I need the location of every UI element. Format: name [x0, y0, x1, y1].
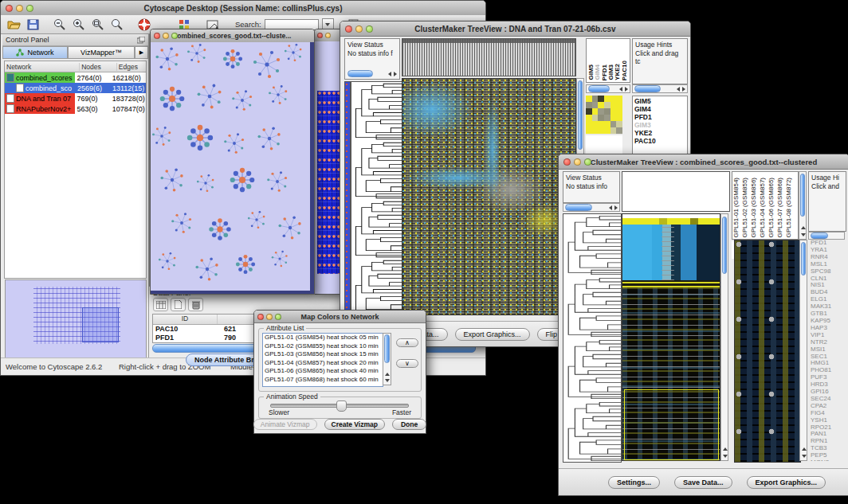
create-vizmap-button[interactable]: Create Vizmap [324, 419, 385, 430]
tv2-gene-labels: PFD1YRA1RNR4MSL1SPC98CLN1NIS1BUD4ELG1MAK… [809, 240, 846, 461]
tab-network[interactable]: Network [2, 46, 68, 59]
network-view-titlebar[interactable]: combined_scores_good.txt--cluste... [151, 29, 314, 43]
heatmap-mixed-block [622, 287, 720, 460]
minimize-button[interactable] [355, 25, 363, 33]
zoom-in-icon[interactable] [71, 17, 87, 33]
tv1-column-dendrogram[interactable] [402, 38, 576, 76]
overview-viewport-rect[interactable] [82, 307, 119, 342]
minimize-button[interactable] [574, 158, 581, 166]
network-row[interactable]: DNA and Tran 07 769(0) 183728(0) [5, 93, 146, 104]
tv2-status-hscrollbar[interactable] [563, 203, 620, 212]
zoom-fit-icon[interactable] [90, 17, 106, 33]
main-window-title: Cytoscape Desktop (Session Name: collins… [1, 4, 485, 13]
close-button[interactable] [6, 5, 13, 12]
attribute-list-item[interactable]: GPL51-04 (GSM857) heat shock 20 min [263, 359, 383, 368]
minimize-button[interactable] [163, 33, 169, 39]
zoom-window-button[interactable] [584, 158, 591, 166]
tv2-labels-vscrollbar[interactable] [799, 171, 807, 240]
footer-button[interactable]: Settings... [608, 476, 660, 489]
move-down-button[interactable]: ∨ [396, 359, 418, 368]
close-button[interactable] [345, 25, 352, 33]
close-button[interactable] [317, 33, 323, 38]
zoom-window-button[interactable] [275, 314, 281, 320]
tv1-selection-heatmap[interactable] [586, 96, 622, 134]
tv1-heatmap[interactable] [402, 78, 576, 315]
save-icon[interactable] [25, 17, 41, 33]
zoom-window-button[interactable] [171, 33, 178, 39]
row-label: GIM3 [634, 121, 685, 129]
float-panel-icon[interactable] [137, 33, 145, 47]
animation-speed-label: Animation Speed [264, 393, 320, 400]
tv2-zoom-vscrollbar[interactable] [799, 240, 807, 461]
minimize-button[interactable] [325, 33, 331, 38]
matrix-cell [598, 121, 604, 127]
tv2-row-dendrogram[interactable] [563, 213, 622, 463]
matrix-cell [592, 127, 599, 134]
select-attributes-icon[interactable] [153, 298, 168, 311]
matrix-cell [598, 102, 604, 108]
matrix-cell [592, 121, 599, 127]
attribute-list-item[interactable]: GPL51-01 (GSM854) heat shock 05 min [263, 334, 383, 342]
animate-vizmap-button[interactable]: Animate Vizmap [253, 419, 317, 430]
attribute-list-label: Attribute List [264, 324, 306, 332]
tv2-hints-hscrollbar[interactable] [808, 232, 845, 240]
network-canvas[interactable] [151, 42, 314, 294]
network-row[interactable]: combined_sco 2569(6) 13112(15) [5, 83, 146, 93]
move-up-button[interactable]: ∧ [396, 338, 418, 347]
attribute-list-item[interactable]: GPL51-07 (GSM868) heat shock 60 min [263, 376, 383, 385]
heatmap-selection-rect[interactable] [624, 389, 719, 460]
matrix-cell [616, 115, 622, 121]
matrix-cell [610, 102, 617, 108]
attribute-list-item[interactable]: GPL51-06 (GSM865) heat shock 40 min [263, 367, 383, 376]
background-network-canvas[interactable] [315, 41, 342, 294]
new-attribute-icon[interactable] [171, 298, 186, 311]
footer-button[interactable]: Save Data... [674, 476, 732, 489]
attribute-list[interactable]: GPL51-01 (GSM854) heat shock 05 minGPL51… [262, 333, 383, 387]
close-button[interactable] [154, 33, 160, 39]
zoom-window-button[interactable] [366, 25, 373, 33]
minimize-button[interactable] [16, 5, 23, 12]
tv2-zoom-heatmap[interactable] [734, 240, 801, 463]
network-table-body: combined_scores 2764(0) 16218(0) combine… [5, 72, 146, 114]
tv2-view-status-panel: View StatusNo status info [563, 171, 620, 203]
network-row[interactable]: combined_scores 2764(0) 16218(0) [5, 72, 146, 83]
treeview1-titlebar[interactable]: ClusterMaker TreeView : DNA and Tran 07-… [340, 21, 690, 37]
matrix-cell [598, 96, 604, 102]
tv1-row-dendrogram[interactable] [351, 81, 403, 317]
tv2-column-labels: GPL51-01 (GSM854)GPL51-02 (GSM855)GPL51-… [732, 171, 799, 240]
tv2-column-tree-area[interactable] [622, 171, 730, 212]
row-label: PFD1 [634, 113, 685, 121]
tab-vizmapper[interactable]: VizMapper™ [68, 46, 135, 59]
tv2-heatmap[interactable] [622, 213, 720, 461]
attribute-list-item[interactable]: GPL51-03 (GSM856) heat shock 15 min [263, 350, 383, 359]
tv1-labels-hscrollbar[interactable] [586, 84, 630, 93]
attribute-list-vscrollbar[interactable] [383, 333, 391, 385]
tv2-heatmap-vscrollbar[interactable] [720, 213, 728, 461]
matrix-cell [604, 108, 610, 115]
slider-max-label: Faster [392, 408, 411, 416]
minimize-button[interactable] [266, 314, 273, 320]
close-button[interactable] [257, 314, 264, 320]
tv1-status-hscrollbar[interactable] [346, 69, 398, 78]
slider-thumb[interactable] [336, 400, 347, 412]
done-button[interactable]: Done [392, 419, 426, 430]
tv1-hints-hscrollbar[interactable] [632, 84, 688, 93]
network-graph [151, 42, 307, 291]
matrix-cell [598, 115, 604, 121]
network-row[interactable]: RNAPuberNov2+ 563(0) 107847(0) [5, 104, 146, 114]
attribute-list-item[interactable]: GPL51-02 (GSM855) heat shock 10 min [263, 342, 383, 351]
zoom-selected-icon[interactable] [109, 17, 125, 33]
footer-button[interactable]: Export Graphics... [747, 476, 826, 489]
animation-speed-slider[interactable] [270, 404, 409, 408]
treeview2-titlebar[interactable]: ClusterMaker TreeView : combined_scores_… [559, 154, 848, 170]
dialog-titlebar[interactable]: Map Colors to Network [254, 311, 426, 323]
delete-attribute-trash-icon[interactable] [188, 298, 203, 311]
main-titlebar[interactable]: Cytoscape Desktop (Session Name: collins… [1, 1, 485, 16]
zoom-out-icon[interactable] [52, 17, 68, 33]
zoom-window-button[interactable] [26, 5, 33, 12]
close-button[interactable] [563, 158, 571, 166]
tab-overflow-button[interactable]: ▶ [135, 46, 148, 59]
open-folder-icon[interactable] [6, 17, 22, 33]
network-overview-thumbnail[interactable] [5, 279, 147, 361]
footer-button[interactable]: Export Graphics... [455, 328, 530, 341]
